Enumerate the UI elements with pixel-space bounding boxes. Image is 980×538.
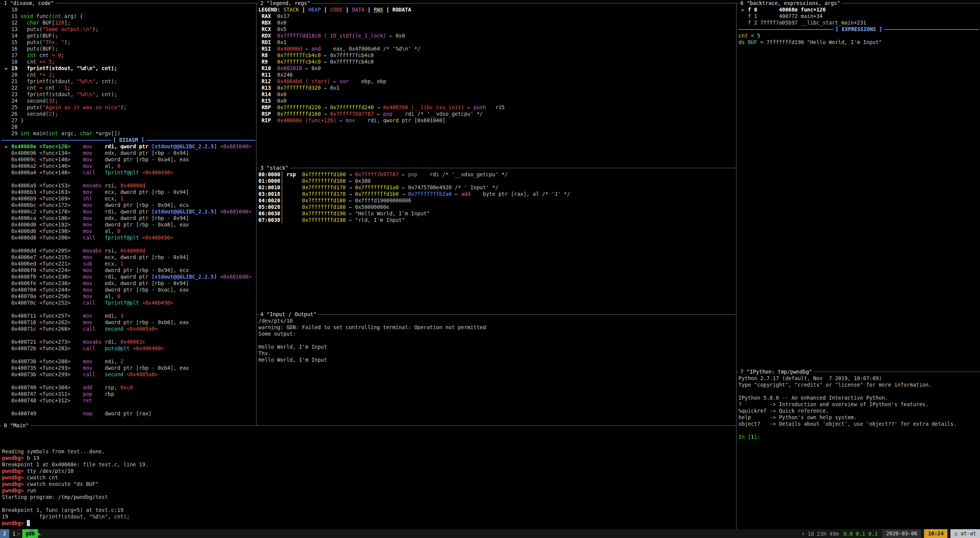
terminal-line: ? -> Introduction and overview of IPytho… [738,401,979,408]
tmux-window-index: 1 [9,531,17,537]
terminal-line: 0x4006a2 <func+146> mov al, 0 [2,163,255,169]
terminal-line: 0x4006b9 <func+169> shl ecx, 1 [2,195,255,202]
terminal-line [2,442,735,448]
terminal-line: 0x4006fe <func+238> mov edx, dword ptr [… [2,280,255,287]
terminal-line: 0x400704 <func+244> mov dword ptr [rbp -… [2,287,255,293]
terminal-line: RIP 0x40068e (func+126) ← mov rdi, qword… [258,117,735,124]
terminal-line: ► f 0 40068e func+126 [738,7,979,13]
terminal-line: RDI 0x1 [258,39,735,46]
terminal-line [2,500,735,507]
pane-border-vertical-right[interactable] [736,3,737,529]
terminal-line: R15 0x0 [258,98,735,104]
pane-regs: 2 "legend, regs" LEGEND: STACK | HEAP | … [257,0,736,165]
pane-title-disasm: 1 "disasm, code" [2,0,55,7]
terminal-line: ► 0x40068e <func+126> mov rdi, qword ptr… [2,143,255,150]
terminal-line: 0x400749 nop dword ptr [rax] [2,410,255,417]
terminal-line: Thx. [258,350,735,357]
pane-regs-body[interactable]: LEGEND: STACK | HEAP | CODE | DATA | RWX… [258,7,735,165]
tmux-session-badge[interactable]: 2 [0,529,9,538]
pane-io-body[interactable]: /dev/pts/10warning: GDB: Failed to set c… [258,318,735,422]
terminal-line: 11 void func(int arg) { [2,13,255,20]
terminal-line: Python 2.7.17 (default, Nov 7 2019, 10:0… [738,375,979,382]
terminal-line [2,306,255,313]
terminal-line [2,435,735,442]
terminal-line: 20 cnt *= 2; [2,72,255,78]
terminal-line: pwndbg> b 19 [2,455,735,461]
terminal-line [2,352,255,358]
terminal-line: 0x4006bc <func+172> mov dword ptr [rbp -… [2,202,255,208]
terminal-line: 03:0018│ 0x7fffffffd178 → 0x7fffffffd1b0… [258,191,735,197]
terminal-line [738,388,979,395]
terminal-line: help -> Python's own help system. [738,414,979,421]
pane-border-vertical-left[interactable] [256,3,257,425]
pane-disasm: 1 "disasm, code" 10 11 void func(int arg… [0,0,256,422]
chevron-right-icon: > [17,531,22,537]
terminal-line: 0x40072b <func+283> call puts@plt <0x400… [2,345,255,352]
pane-border [257,168,736,168]
terminal-line [2,176,255,182]
terminal-line: R10 0x602010 ← 0x0 [258,65,735,72]
pane-stack-body[interactable]: 00:0000│ rsp 0x7fffffffd160 → 0x7ffff7b9… [258,171,735,311]
terminal-line: 0x400747 <func+311> pop rbp [2,391,255,397]
terminal-line: RBX 0x0 [258,20,735,26]
pane-ipython: 7 "IPython: tmp/pwndbg" Python 2.7.17 (d… [737,369,980,529]
status-hostname: ⌂ at-at [950,529,980,538]
terminal-line: 26 second(2); [2,111,255,117]
section-divider: [ DISASM ] [2,137,255,143]
terminal-line: R11 0x246 [258,72,735,78]
terminal-line: 0x4006a9 <func+153> movabs rsi, 0x40080d [2,182,255,189]
terminal-line: Starting program: /tmp/pwndbg/test [2,494,735,500]
terminal-screen: 1 "disasm, code" 10 11 void func(int arg… [0,0,980,538]
terminal-line: 17 int cnt = 0; [2,52,255,59]
terminal-line: pwndbg> tty /dev/pts/10 [2,468,735,474]
terminal-line [2,404,255,410]
terminal-line: 0x40071c <func+268> call second <0x4005a… [2,326,255,332]
terminal-line: R12 0x4004b0 (_start) ← xor ebp, ebp [258,78,735,85]
terminal-line: RDX 0x7ffff7dd18c0 (_IO_stdfile_1_lock) … [258,33,735,39]
terminal-line: R8 0x7ffff7fcb4c0 ← 0x7ffff7fcb4c0 [258,52,735,59]
terminal-line [2,429,735,435]
terminal-line: object? -> Details about 'object', use '… [738,421,979,427]
pane-disasm-body[interactable]: 10 11 void func(int arg) { 12 char BUF[1… [2,7,255,422]
tmux-window-gdb[interactable]: gdb [22,529,38,538]
pane-stack: 3 "stack" 00:0000│ rsp 0x7fffffffd160 → … [257,165,736,311]
terminal-line: RCX 0x5 [258,26,735,33]
pane-ipython-body[interactable]: Python 2.7.17 (default, Nov 7 2019, 10:0… [738,375,979,529]
terminal-line: In [1]: [738,434,979,440]
terminal-line: 0x4006ed <func+221> sub ecx, 1 [2,261,255,267]
terminal-line: %quickref -> Quick reference. [738,408,979,414]
terminal-line: 0x400740 <func+304> add rsp, 0xc0 [2,384,255,391]
terminal-line: 0x4006f6 <func+230> mov rdi, qword ptr [… [2,274,255,280]
terminal-line: 0x4006ca <func+186> mov edx, dword ptr [… [2,215,255,221]
terminal-line: 0x400748 <func+312> ret [2,397,255,404]
terminal-line: IPython 5.8.0 -- An enhanced Interactive… [738,395,979,401]
pane-backtrace-body[interactable]: ► f 0 40068e func+126 f 1 400772 main+34… [738,7,979,369]
pane-title-io: 4 "Input / Output" [259,311,318,318]
terminal-line: RAX 0x17 [258,13,735,20]
pane-main-body[interactable]: Reading symbols from test...done.pwndbg>… [2,429,735,529]
terminal-line: RSI 0x40080d ← and eax, 0x4f000a64 /* '%… [258,46,735,52]
pane-border [257,3,736,3]
pane-backtrace: 6 "backtrace, expressions, args" ► f 0 4… [737,0,980,369]
terminal-line: 0x4006d8 <func+200> call fprintf@plt <0x… [2,235,255,241]
terminal-line: 0x4006b3 <func+163> mov ecx, dword ptr [… [2,189,255,195]
terminal-line: 23 fprintf(stdout, "%d\n", cnt); [2,91,255,98]
terminal-line: 14 gets(BUF); [2,33,255,39]
terminal-line: Breakpoint 1, func (arg=5) at test.c:19 [2,507,735,513]
pane-border [257,314,736,315]
terminal-line: f 2 7ffff7a05b97 __libc_start_main+231 [738,20,979,26]
terminal-line: Type "copyright", "credits" or "license"… [738,382,979,388]
terminal-line: 0x4006d0 <func+192> mov dword ptr [rbp -… [2,221,255,228]
terminal-line: cnt = 5 [738,33,979,39]
terminal-line: 0x4006dd <func+205> movabs rsi, 0x40080d [2,248,255,254]
pane-main: 0 "Main" Reading symbols from test...don… [0,422,736,529]
terminal-line: 28 [2,124,255,130]
terminal-line: ds BUF = 7fffffffd190 "Hello World, I'm … [738,39,979,46]
terminal-line: 07:0038│ 0x7fffffffd198 ← "rld, I'm Inpu… [258,217,735,223]
terminal-line: 24 second(3); [2,98,255,104]
terminal-line: 02:0010│ 0x7fffffffd170 → 0x7fffffffd1a0… [258,184,735,191]
terminal-line: 0x400735 <func+293> mov dword ptr [rbp -… [2,365,255,371]
pane-title-stack: 3 "stack" [259,165,290,171]
terminal-line: LEGEND: STACK | HEAP | CODE | DATA | RWX… [258,7,735,13]
terminal-line: RSP 0x7fffffffd160 → 0x7ffff7b97787 ← po… [258,111,735,117]
